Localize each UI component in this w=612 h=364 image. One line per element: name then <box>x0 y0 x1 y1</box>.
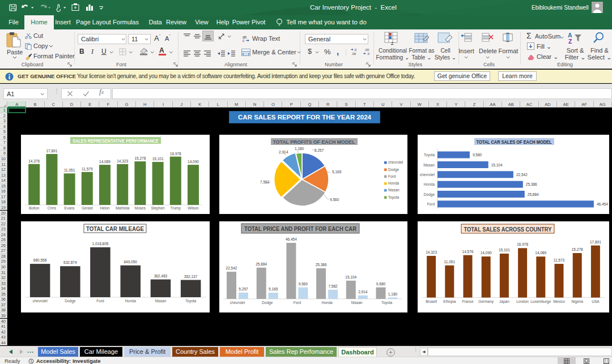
svg-text:14,090: 14,090 <box>481 251 492 255</box>
svg-text:Toyota: Toyota <box>381 301 393 305</box>
svg-text:France: France <box>462 299 474 303</box>
svg-text:Dodge: Dodge <box>262 301 273 305</box>
svg-text:Mathilda: Mathilda <box>116 206 130 210</box>
svg-text:16,978: 16,978 <box>170 152 181 156</box>
svg-text:c: c <box>243 38 245 42</box>
svg-text:15,104: 15,104 <box>491 163 503 167</box>
svg-text:chevrolet: chevrolet <box>32 299 48 303</box>
svg-text:Luxemburge: Luxemburge <box>530 299 551 304</box>
svg-text:.0: .0 <box>354 48 357 52</box>
svg-text:Trump: Trump <box>171 206 181 211</box>
svg-text:1,180: 1,180 <box>388 292 398 296</box>
svg-text:Honda: Honda <box>388 181 400 185</box>
svg-text:Ethopia: Ethopia <box>443 299 456 304</box>
svg-text:632,874: 632,874 <box>63 260 77 264</box>
svg-text:≠: ≠ <box>391 41 394 45</box>
svg-text:15,101: 15,101 <box>152 157 164 161</box>
svg-text:Toyota: Toyota <box>185 299 197 303</box>
svg-text:9,560: 9,560 <box>330 198 339 202</box>
svg-text:Nissan: Nissan <box>155 299 166 303</box>
svg-text:Ford: Ford <box>294 301 301 305</box>
svg-text:5,257: 5,257 <box>239 287 248 291</box>
svg-text:Brusell: Brusell <box>426 299 437 303</box>
svg-text:Stephen: Stephen <box>151 206 165 211</box>
svg-text:Honda: Honda <box>322 301 333 305</box>
svg-text:Dodge: Dodge <box>65 299 76 303</box>
svg-text:Nissan: Nissan <box>423 163 435 167</box>
svg-text:1,018,805: 1,018,805 <box>92 242 109 246</box>
svg-text:2,914: 2,914 <box>358 290 368 294</box>
svg-text:TOTAL PRICE AND PROFIT FOR EAC: TOTAL PRICE AND PROFIT FOR EACH CAR <box>244 225 357 232</box>
svg-text:Bolton: Bolton <box>29 206 40 210</box>
svg-text:chevrolet: chevrolet <box>230 301 245 305</box>
svg-text:Honda: Honda <box>424 182 435 186</box>
svg-text:25,884: 25,884 <box>256 262 267 266</box>
svg-text:17,891: 17,891 <box>590 240 601 244</box>
svg-text:TOTAL CAR SALES OF EACH MODEL: TOTAL CAR SALES OF EACH MODEL <box>477 139 552 145</box>
svg-text:TOTAL CAR MILEAGE: TOTAL CAR MILEAGE <box>86 225 144 232</box>
svg-text:11,573: 11,573 <box>554 258 565 262</box>
svg-text:SALES REPRESENTATIVE PERFORMAN: SALES REPRESENTATIVE PERFORMANCE <box>73 138 159 144</box>
svg-text:25,386: 25,386 <box>526 182 537 186</box>
svg-text:chevrolet: chevrolet <box>388 160 403 164</box>
svg-text:Z: Z <box>568 38 572 44</box>
svg-text:Japan: Japan <box>499 299 509 304</box>
svg-text:46,454: 46,454 <box>597 202 608 206</box>
svg-text:London: London <box>516 299 529 303</box>
svg-text:25,884: 25,884 <box>528 192 539 196</box>
svg-text:9,580: 9,580 <box>376 282 386 286</box>
svg-text:Mexico: Mexico <box>553 299 565 303</box>
svg-text:11,051: 11,051 <box>64 168 75 172</box>
svg-text:17,891: 17,891 <box>46 149 57 153</box>
svg-text:Chris: Chris <box>48 206 57 210</box>
svg-text:Toyota: Toyota <box>424 153 435 157</box>
svg-text:25,386: 25,386 <box>316 263 327 267</box>
svg-text:362,483: 362,483 <box>154 274 168 278</box>
svg-text:11,575: 11,575 <box>82 167 93 171</box>
svg-text:16,978: 16,978 <box>517 242 528 246</box>
svg-text:5,257: 5,257 <box>314 148 324 152</box>
svg-text:TOTAL PROFITS OF EACH MODEL: TOTAL PROFITS OF EACH MODEL <box>273 139 355 145</box>
svg-text:Ford: Ford <box>427 202 435 206</box>
svg-text:.00: .00 <box>351 52 356 55</box>
svg-text:Ford: Ford <box>388 174 396 178</box>
svg-text:5,165: 5,165 <box>332 170 342 174</box>
svg-text:649,050: 649,050 <box>124 260 137 264</box>
svg-text:14,576: 14,576 <box>462 250 474 254</box>
svg-text:22,542: 22,542 <box>516 173 528 177</box>
svg-text:1,180: 1,180 <box>295 147 304 151</box>
svg-text:14,323: 14,323 <box>426 250 437 254</box>
svg-text:11,051: 11,051 <box>444 260 456 264</box>
svg-text:Dodge: Dodge <box>388 168 400 172</box>
svg-text:15,278: 15,278 <box>134 156 146 160</box>
svg-text:14,089: 14,089 <box>535 251 546 255</box>
svg-text:Dodge: Dodge <box>424 192 435 197</box>
svg-text:14,090: 14,090 <box>188 160 199 164</box>
svg-text:7,582: 7,582 <box>328 284 338 288</box>
svg-text:Ford: Ford <box>96 299 104 303</box>
svg-text:Wilson: Wilson <box>188 206 199 210</box>
svg-text:Gerald: Gerald <box>82 206 93 210</box>
svg-text:14,323: 14,323 <box>117 159 128 163</box>
svg-text:22,542: 22,542 <box>226 266 237 270</box>
svg-text:chevrolet: chevrolet <box>420 173 435 177</box>
svg-text:9,560: 9,560 <box>299 282 308 286</box>
svg-text:Toyota: Toyota <box>388 195 400 200</box>
svg-text:2,914: 2,914 <box>279 150 288 154</box>
svg-text:Moses: Moses <box>135 206 146 210</box>
svg-text:5,165: 5,165 <box>269 287 278 291</box>
svg-text:USA: USA <box>592 299 600 303</box>
svg-text:Honda: Honda <box>125 299 137 303</box>
svg-text:7,582: 7,582 <box>260 180 270 184</box>
svg-text:Germany: Germany <box>478 299 494 304</box>
svg-text:TOTAL SALES ACROSS COUNTRY: TOTAL SALES ACROSS COUNTRY <box>464 226 552 233</box>
svg-text:Evans: Evans <box>65 206 75 210</box>
svg-text:Helon: Helon <box>100 206 110 210</box>
svg-text:680,558: 680,558 <box>33 258 47 262</box>
svg-text:Nigeria: Nigeria <box>571 299 583 304</box>
svg-text:9,580: 9,580 <box>473 153 482 157</box>
svg-text:15,104: 15,104 <box>345 275 356 279</box>
svg-text:14,089: 14,089 <box>99 160 110 164</box>
svg-text:46,454: 46,454 <box>286 237 297 241</box>
svg-text:352,137: 352,137 <box>184 275 198 279</box>
